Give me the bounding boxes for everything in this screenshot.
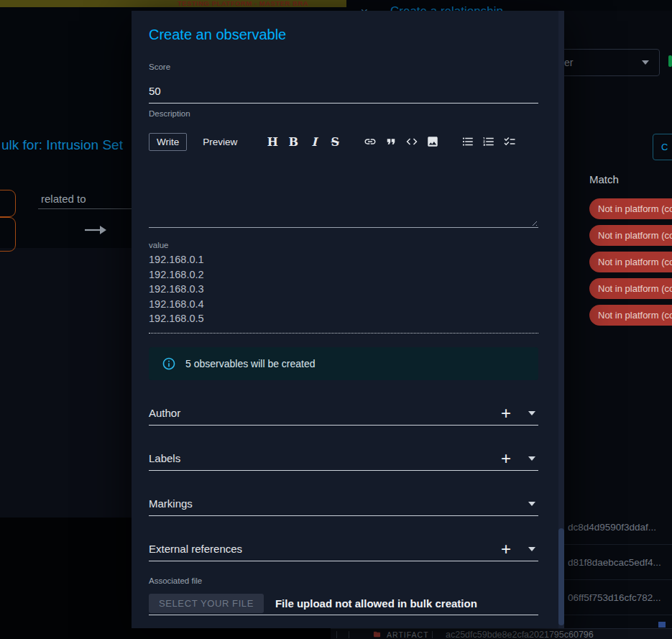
background-select-value: er: [564, 57, 573, 68]
hash-value: d81f8daebcac5edf4...: [568, 557, 661, 568]
dialog-title: Create an observable: [149, 27, 538, 43]
entity-type-label: ARTIFACT: [387, 630, 429, 639]
markings-field[interactable]: Markings: [149, 492, 538, 516]
add-icon[interactable]: +: [501, 406, 511, 420]
screen: TESTING PLATFORM - MASTER BRA ✕ Create a…: [0, 0, 672, 639]
heading-icon[interactable]: H: [266, 135, 279, 149]
italic-icon[interactable]: I: [308, 135, 321, 149]
test-platform-banner-text: TESTING PLATFORM - MASTER BRA: [178, 0, 308, 7]
value-textarea[interactable]: 192.168.0.1 192.168.0.2 192.168.0.3 192.…: [149, 252, 538, 334]
associated-file-row: SELECT YOUR FILE File upload not allowed…: [149, 594, 538, 613]
code-icon[interactable]: [405, 135, 418, 148]
labels-field[interactable]: Labels +: [149, 446, 538, 471]
bold-icon[interactable]: B: [287, 135, 300, 149]
chevron-down-icon[interactable]: [528, 456, 535, 461]
chevron-down-icon[interactable]: [528, 547, 535, 551]
scroll-indicator: [658, 622, 666, 627]
value-label: value: [149, 241, 538, 249]
entity-card[interactable]: [0, 190, 16, 217]
info-alert-text: 5 observables will be created: [185, 358, 316, 369]
relation-type-underline: [38, 208, 132, 209]
author-field-label: Author: [149, 407, 180, 419]
status-badge: Not in platform (co: [589, 278, 672, 299]
entity-card[interactable]: [0, 217, 16, 252]
continue-button[interactable]: C: [653, 134, 672, 160]
status-badge: Not in platform (co: [589, 225, 672, 246]
table-row[interactable]: 06ff5f753d16cfc782...: [563, 580, 672, 615]
table-row[interactable]: dc8d4d9590f3ddaf...: [563, 510, 672, 545]
scrollbar-thumb[interactable]: [558, 528, 564, 625]
select-file-button[interactable]: SELECT YOUR FILE: [149, 594, 264, 613]
status-badge: Not in platform (co: [589, 198, 672, 219]
hash-value: ac25dfc59bde8e2cfa2021795c60796: [446, 630, 594, 639]
preview-tab[interactable]: Preview: [195, 134, 244, 150]
external-references-field-label: External references: [149, 543, 242, 555]
info-alert: 5 observables will be created: [149, 347, 538, 380]
bulk-panel-title: ulk for: Intrusion Set: [1, 137, 123, 153]
test-platform-banner: TESTING PLATFORM - MASTER BRA: [0, 0, 346, 7]
description-label: Description: [149, 109, 538, 118]
match-column-header: Match: [589, 173, 619, 185]
artifact-icon: [372, 630, 382, 638]
cell-divider: [349, 631, 349, 638]
create-observable-dialog: Create an observable Score 50 Descriptio…: [132, 11, 564, 628]
status-badge: Not in platform (co: [589, 252, 672, 272]
resize-handle[interactable]: [530, 219, 537, 226]
table-row[interactable]: ARTIFACT ac25dfc59bde8e2cfa2021795c60796: [331, 628, 672, 639]
strikethrough-icon[interactable]: S: [328, 135, 341, 149]
link-icon[interactable]: [364, 135, 377, 148]
add-icon[interactable]: +: [501, 542, 511, 556]
chevron-down-icon[interactable]: [528, 411, 535, 415]
score-label: Score: [149, 63, 538, 71]
file-upload-note: File upload not allowed in bulk creation: [275, 597, 477, 610]
chevron-down-icon[interactable]: [528, 502, 535, 506]
description-textarea[interactable]: [149, 155, 538, 228]
write-tab[interactable]: Write: [149, 133, 187, 151]
author-field[interactable]: Author +: [149, 401, 538, 426]
external-references-field[interactable]: External references +: [149, 537, 538, 561]
ordered-list-icon[interactable]: [482, 135, 495, 148]
image-icon[interactable]: [426, 135, 439, 148]
markings-field-label: Markings: [149, 497, 193, 510]
cell-divider: [336, 631, 337, 638]
chevron-down-icon[interactable]: [642, 60, 649, 65]
score-input[interactable]: 50: [149, 77, 538, 104]
table-row[interactable]: d81f8daebcac5edf4...: [563, 545, 672, 580]
unordered-list-icon[interactable]: [461, 135, 474, 148]
associated-file-label: Associated file: [149, 576, 538, 585]
arrow-right-icon: [85, 224, 106, 236]
dialog-scrollbar[interactable]: [558, 11, 564, 628]
add-icon[interactable]: +: [501, 451, 511, 466]
status-badge: Not in platform (co: [589, 305, 672, 326]
hash-value: dc8d4d9590f3ddaf...: [568, 522, 656, 533]
cell-divider: [432, 631, 433, 638]
associated-file-underline: [149, 615, 538, 615]
green-indicator: [668, 55, 672, 67]
markdown-toolbar: Write Preview H B I S: [149, 130, 538, 153]
labels-field-label: Labels: [149, 452, 180, 464]
relation-type-select[interactable]: related to: [41, 193, 86, 205]
hash-value: 06ff5f753d16cfc782...: [568, 592, 661, 603]
quote-icon[interactable]: [385, 135, 397, 148]
info-icon: [162, 357, 176, 371]
checklist-icon[interactable]: [503, 135, 516, 148]
